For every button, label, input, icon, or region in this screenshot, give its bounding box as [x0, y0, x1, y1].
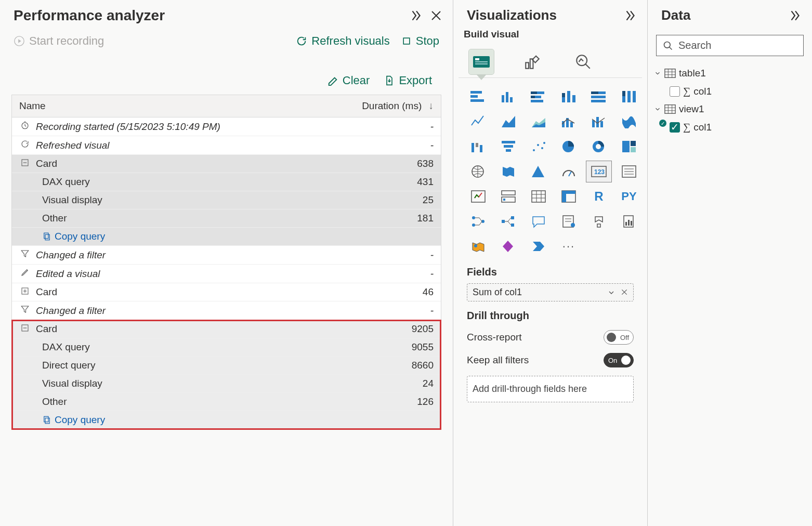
export-label: Export [399, 74, 432, 87]
r-visual-icon[interactable]: R [586, 186, 611, 207]
tree-view1[interactable]: ✓ view1 [653, 100, 807, 118]
table-icon[interactable] [526, 186, 551, 207]
azure-map-icon[interactable] [526, 161, 551, 182]
copy-query-button[interactable]: Copy query [19, 414, 434, 426]
funnel-icon[interactable] [496, 136, 521, 157]
gauge-icon[interactable] [556, 161, 581, 182]
paginated-report-icon[interactable] [617, 211, 641, 232]
row-card3-visual[interactable]: Visual display 24 [12, 375, 441, 393]
waterfall-icon[interactable] [466, 136, 491, 157]
close-pane-icon[interactable] [430, 9, 442, 22]
100-stacked-bar-icon[interactable] [586, 86, 611, 107]
svg-rect-37 [627, 91, 631, 102]
row-changed-filter-1[interactable]: Changed a filter - [12, 246, 441, 265]
cross-report-toggle[interactable]: Off [604, 330, 634, 345]
table1-col1-label: col1 [693, 86, 712, 97]
refresh-visuals-button[interactable]: Refresh visuals [296, 34, 389, 48]
stacked-area-icon[interactable] [526, 111, 551, 132]
svg-rect-70 [502, 191, 515, 195]
row-card1-dax[interactable]: DAX query 431 [12, 173, 441, 191]
row-card3-dax[interactable]: DAX query 9055 [12, 338, 441, 357]
stop-button[interactable]: Stop [401, 34, 439, 48]
kpi-icon[interactable] [466, 186, 491, 207]
qna-icon[interactable] [526, 211, 551, 232]
row-card1-other[interactable]: Other 181 [12, 209, 441, 228]
collapse-icon[interactable] [19, 159, 31, 167]
copy-query-button[interactable]: Copy query [19, 231, 434, 242]
decomposition-tree-icon[interactable] [496, 211, 521, 232]
clear-button[interactable]: Clear [327, 74, 370, 87]
keep-filters-toggle[interactable]: On [604, 353, 634, 367]
checkbox-unchecked[interactable] [670, 86, 680, 97]
tree-table1[interactable]: table1 [653, 64, 807, 82]
line-stacked-column-icon[interactable] [586, 111, 611, 132]
build-visual-tab[interactable] [469, 49, 494, 74]
collapse-viz-icon[interactable] [623, 9, 637, 22]
field-pill-sum-col1[interactable]: Sum of col1 [467, 283, 634, 301]
line-chart-icon[interactable] [466, 111, 491, 132]
row-card-2[interactable]: Card 46 [12, 283, 441, 301]
row-card3-direct[interactable]: Direct query 8660 [12, 357, 441, 375]
row-card1-visual[interactable]: Visual display 25 [12, 191, 441, 209]
smart-narrative-icon[interactable] [556, 211, 581, 232]
stacked-bar-icon[interactable] [466, 86, 491, 107]
100-stacked-column-icon[interactable] [617, 86, 641, 107]
filled-map-icon[interactable] [496, 161, 521, 182]
collapse-data-icon[interactable] [788, 9, 802, 22]
map-icon[interactable] [466, 161, 491, 182]
row-edited-visual[interactable]: Edited a visual - [12, 265, 441, 283]
treemap-icon[interactable] [617, 136, 641, 157]
expand-icon[interactable] [19, 287, 31, 295]
start-recording-button[interactable]: Start recording [14, 34, 104, 48]
row-recording-started[interactable]: Recording started (5/15/2023 5:10:49 PM)… [12, 117, 441, 136]
sort-desc-icon: ↓ [429, 100, 434, 111]
row-refreshed-visual[interactable]: Refreshed visual - [12, 136, 441, 155]
drill-through-dropzone[interactable]: Add drill-through fields here [467, 376, 634, 402]
svg-rect-9 [45, 418, 49, 424]
row-card-3[interactable]: Card 9205 [12, 320, 441, 338]
goals-icon[interactable] [586, 211, 611, 232]
area-chart-icon[interactable] [496, 111, 521, 132]
python-visual-icon[interactable]: PY [617, 186, 641, 207]
multi-row-card-icon[interactable] [617, 161, 641, 182]
data-header: Data [648, 0, 812, 29]
power-apps-icon[interactable] [496, 236, 521, 257]
slicer-icon[interactable] [496, 186, 521, 207]
stacked-column-icon[interactable] [556, 86, 581, 107]
tree-view1-col1[interactable]: ✓ ∑ col1 [653, 118, 807, 136]
format-visual-tab[interactable] [520, 49, 545, 74]
ribbon-chart-icon[interactable] [617, 111, 641, 132]
col-duration-header[interactable]: Duration (ms) ↓ [326, 95, 441, 117]
arcgis-icon[interactable] [466, 236, 491, 257]
clustered-column-icon[interactable] [496, 86, 521, 107]
line-column-icon[interactable] [556, 111, 581, 132]
matrix-icon[interactable] [556, 186, 581, 207]
power-automate-icon[interactable] [526, 236, 551, 257]
scatter-icon[interactable] [526, 136, 551, 157]
search-input[interactable]: Search [656, 35, 804, 56]
cross-report-row: Cross-report Off [463, 326, 638, 349]
svg-point-58 [596, 144, 601, 149]
row-card-1[interactable]: Card 638 [12, 155, 441, 173]
checkbox-checked[interactable]: ✓ [670, 122, 680, 133]
svg-rect-8 [44, 416, 48, 422]
row-changed-filter-2[interactable]: Changed a filter - [12, 301, 441, 320]
chevron-down-icon[interactable] [607, 288, 615, 297]
row-card3-other[interactable]: Other 126 [12, 393, 441, 411]
analytics-tab[interactable] [571, 49, 596, 74]
svg-point-52 [533, 149, 535, 151]
stacked-bar-h-icon[interactable] [526, 86, 551, 107]
donut-chart-icon[interactable] [586, 136, 611, 157]
key-influencers-icon[interactable] [466, 211, 491, 232]
collapse-pane-icon[interactable] [409, 9, 423, 22]
pie-chart-icon[interactable] [556, 136, 581, 157]
remove-field-icon[interactable] [621, 288, 628, 297]
tree-table1-col1[interactable]: ∑ col1 [653, 82, 807, 100]
col-name-header[interactable]: Name [12, 95, 326, 117]
start-recording-label: Start recording [29, 34, 104, 48]
collapse-icon[interactable] [19, 324, 31, 332]
export-button[interactable]: Export [384, 74, 432, 87]
card-visual-icon[interactable]: 123 [586, 161, 611, 182]
perf-toolbar: Start recording Refresh visuals Stop [0, 29, 453, 53]
more-visuals-icon[interactable]: ··· [556, 236, 581, 257]
